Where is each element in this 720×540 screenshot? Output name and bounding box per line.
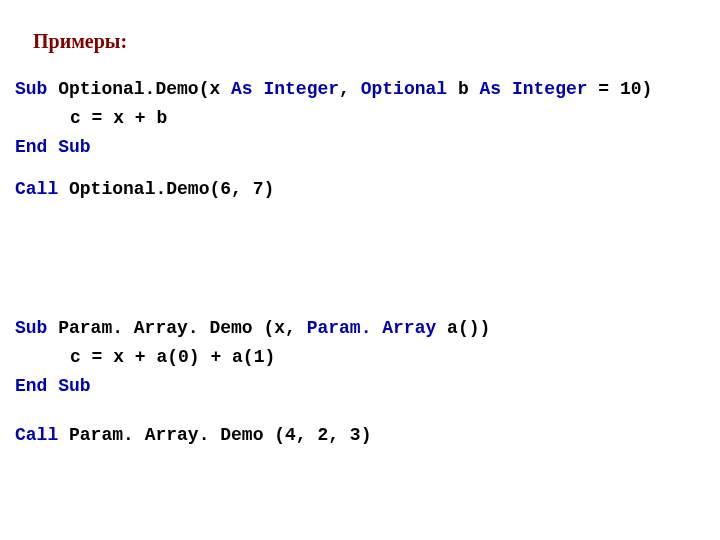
code-line: End Sub: [15, 133, 705, 162]
code-line: c = x + a(0) + a(1): [70, 343, 705, 372]
keyword: Param. Array: [307, 318, 437, 338]
keyword: Optional: [361, 79, 447, 99]
keyword: Call: [15, 425, 58, 445]
code-block-3: Sub Param. Array. Demo (x, Param. Array …: [15, 314, 705, 400]
code-line: End Sub: [15, 372, 705, 401]
code-text: b: [447, 79, 479, 99]
code-text: Optional.Demo(6, 7): [58, 179, 274, 199]
code-text: c = x + b: [70, 108, 167, 128]
code-line: Call Optional.Demo(6, 7): [15, 175, 705, 204]
code-line: Sub Optional.Demo(x As Integer, Optional…: [15, 75, 705, 104]
code-line: Sub Param. Array. Demo (x, Param. Array …: [15, 314, 705, 343]
code-block-4: Call Param. Array. Demo (4, 2, 3): [15, 421, 705, 450]
code-line: Call Param. Array. Demo (4, 2, 3): [15, 421, 705, 450]
code-line: c = x + b: [70, 104, 705, 133]
code-block-1: Sub Optional.Demo(x As Integer, Optional…: [15, 75, 705, 161]
keyword: As Integer: [231, 79, 339, 99]
code-text: a()): [436, 318, 490, 338]
keyword: Sub: [15, 79, 47, 99]
keyword: End Sub: [15, 137, 91, 157]
code-text: ,: [339, 79, 361, 99]
keyword: As Integer: [480, 79, 588, 99]
code-text: = 10): [588, 79, 653, 99]
code-block-2: Call Optional.Demo(6, 7): [15, 175, 705, 204]
code-text: c = x + a(0) + a(1): [70, 347, 275, 367]
keyword: Sub: [15, 318, 47, 338]
code-text: Optional.Demo(x: [47, 79, 231, 99]
section-title: Примеры:: [33, 30, 705, 53]
keyword: Call: [15, 179, 58, 199]
code-text: Param. Array. Demo (x,: [47, 318, 306, 338]
code-text: Param. Array. Demo (4, 2, 3): [58, 425, 371, 445]
keyword: End Sub: [15, 376, 91, 396]
